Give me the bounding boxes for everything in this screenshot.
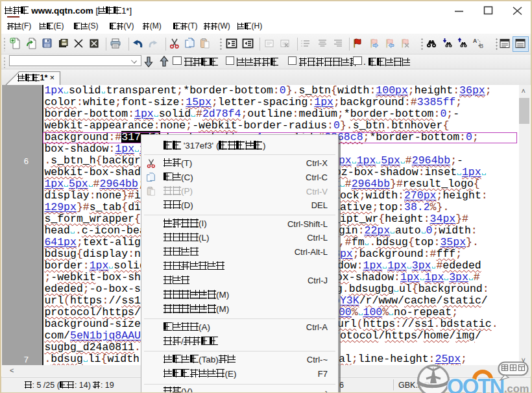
svg-text:.com: .com <box>504 383 529 393</box>
svg-text:B: B <box>479 43 483 49</box>
svg-text:A: A <box>473 38 477 44</box>
svg-text:QQTN: QQTN <box>447 374 503 393</box>
